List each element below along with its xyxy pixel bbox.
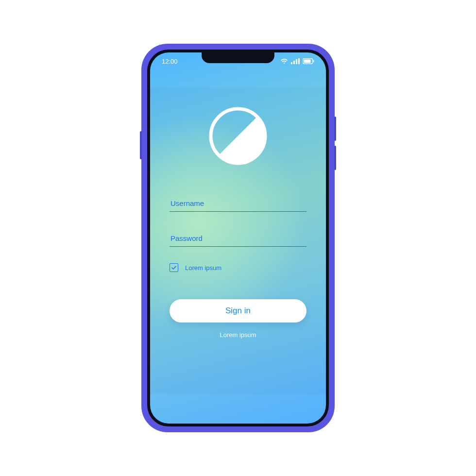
username-field — [170, 196, 306, 212]
status-time: 12:00 — [162, 58, 178, 65]
battery-icon — [303, 58, 314, 64]
screen: 12:00 — [150, 52, 326, 424]
remember-label: Lorem ipsum — [185, 264, 221, 272]
phone-bezel: 12:00 — [147, 50, 329, 426]
svg-rect-5 — [304, 60, 311, 63]
sign-in-button[interactable]: Sign in — [170, 299, 306, 323]
volume-down-button[interactable] — [334, 146, 336, 170]
app-logo — [207, 105, 269, 167]
wifi-icon — [280, 58, 288, 64]
svg-rect-6 — [313, 60, 314, 63]
phone-frame: 12:00 — [141, 44, 335, 432]
power-button[interactable] — [140, 131, 142, 159]
password-input[interactable] — [170, 231, 306, 247]
status-icons — [280, 58, 314, 64]
volume-up-button[interactable] — [334, 117, 336, 141]
app-logo-icon — [207, 105, 269, 167]
login-panel: Lorem ipsum Sign in Lorem ipsum — [150, 87, 326, 394]
footer-link[interactable]: Lorem ipsum — [220, 331, 256, 339]
remember-row: Lorem ipsum — [170, 263, 306, 272]
notch — [202, 52, 274, 63]
svg-rect-0 — [291, 62, 292, 64]
svg-rect-3 — [298, 58, 300, 64]
svg-rect-2 — [296, 59, 297, 64]
check-icon — [171, 265, 177, 271]
username-input[interactable] — [170, 196, 306, 212]
signal-icon — [291, 58, 300, 64]
svg-rect-1 — [293, 61, 295, 64]
remember-checkbox[interactable] — [170, 263, 178, 272]
password-field — [170, 231, 306, 247]
